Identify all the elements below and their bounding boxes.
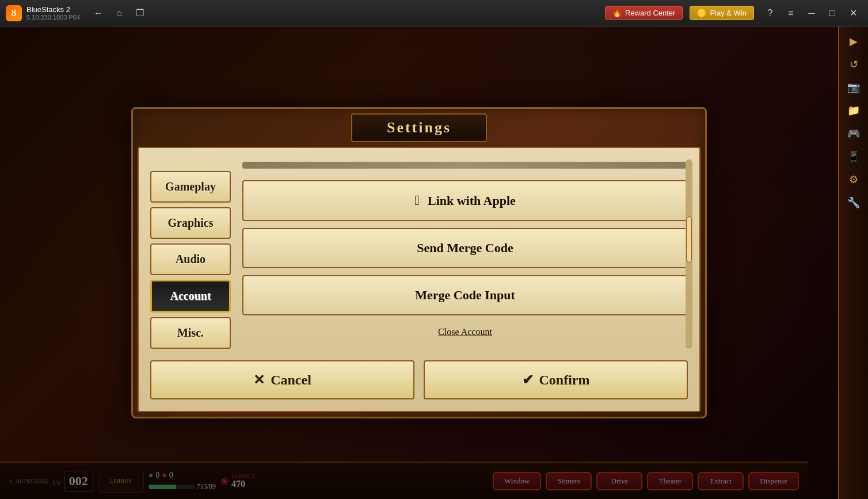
tab-account[interactable]: Account [150,280,231,313]
link-apple-button[interactable]:  Link with Apple [242,180,688,221]
app-version: 5.10.230.1003 P64 [26,14,80,21]
nav-buttons: ← ⌂ ❐ [89,4,149,22]
app-logo: B BlueStacks 2 5.10.230.1003 P64 [6,5,80,21]
titlebar-center: 🔥 Reward Center 🟡 Play & Win [605,6,754,20]
window-controls: ? ≡ ─ □ ✕ [761,5,862,21]
sidebar-icon-1[interactable]: ▶ [843,31,864,52]
confirm-icon: ✔ [522,372,534,388]
tab-misc[interactable]: Misc. [150,317,231,349]
merge-input-label: Merge Code Input [415,288,515,303]
reward-label: Reward Center [625,9,675,17]
sidebar-icon-3[interactable]: 📷 [843,77,864,98]
play-win-label: Play & Win [710,9,747,17]
send-merge-code-button[interactable]: Send Merge Code [242,228,688,268]
fire-icon: 🔥 [612,9,622,17]
bluestacks-icon: B [6,5,22,21]
settings-panel: Settings Gameplay Graphics Audio Account… [131,107,707,418]
right-sidebar: ▶ ↺ 📷 📁 🎮 📱 ⚙ 🔧 [838,26,868,499]
coin-icon: 🟡 [697,9,706,17]
scrollbar-thumb[interactable] [686,216,692,262]
sidebar-icon-2[interactable]: ↺ [843,54,864,75]
scrollbar-track[interactable] [686,159,692,349]
apple-icon:  [414,193,420,208]
maximize-button[interactable]: □ [823,5,842,21]
settings-title-bar: Settings [138,113,701,142]
settings-content:  Link with Apple Send Merge Code Merge … [242,159,688,349]
menu-button[interactable]: ≡ [782,5,800,21]
settings-title: Settings [387,119,451,136]
sidebar-icon-4[interactable]: 📁 [843,100,864,121]
close-account-link[interactable]: Close Account [242,322,688,342]
settings-modal-overlay: Settings Gameplay Graphics Audio Account… [0,26,838,499]
app-name: BlueStacks 2 [26,5,80,14]
merge-code-input-button[interactable]: Merge Code Input [242,275,688,315]
home-button[interactable]: ⌂ [110,4,128,22]
cancel-label: Cancel [271,372,311,388]
sidebar-icon-5[interactable]: 🎮 [843,123,864,144]
window-button[interactable]: ❐ [131,4,149,22]
confirm-label: Confirm [539,372,590,388]
send-merge-label: Send Merge Code [417,241,513,256]
back-button[interactable]: ← [89,4,108,22]
cancel-button[interactable]: ✕ Cancel [150,360,414,399]
sidebar-icon-6[interactable]: 📱 [843,146,864,167]
sidebar-icon-8[interactable]: 🔧 [843,192,864,213]
settings-footer: ✕ Cancel ✔ Confirm [150,360,688,399]
play-win-button[interactable]: 🟡 Play & Win [690,6,754,20]
settings-nav: Gameplay Graphics Audio Account Misc. [150,159,242,349]
scroll-indicator [242,162,688,169]
reward-center-button[interactable]: 🔥 Reward Center [605,6,683,20]
cancel-icon: ✕ [253,372,265,388]
close-button[interactable]: ✕ [844,5,862,21]
tab-audio[interactable]: Audio [150,243,231,275]
titlebar: B BlueStacks 2 5.10.230.1003 P64 ← ⌂ ❐ 🔥… [0,0,868,26]
sidebar-icon-7[interactable]: ⚙ [843,169,864,190]
help-button[interactable]: ? [761,5,779,21]
settings-body: Gameplay Graphics Audio Account Misc. [150,159,688,349]
minimize-button[interactable]: ─ [802,5,821,21]
settings-inner-panel: Gameplay Graphics Audio Account Misc. [138,147,701,412]
settings-title-bg: Settings [351,113,487,142]
game-background: Settings Gameplay Graphics Audio Account… [0,26,868,499]
confirm-button[interactable]: ✔ Confirm [424,360,688,399]
link-apple-label: Link with Apple [428,193,516,208]
game-content: Settings Gameplay Graphics Audio Account… [0,26,838,499]
tab-gameplay[interactable]: Gameplay [150,171,231,203]
tab-graphics[interactable]: Graphics [150,207,231,239]
